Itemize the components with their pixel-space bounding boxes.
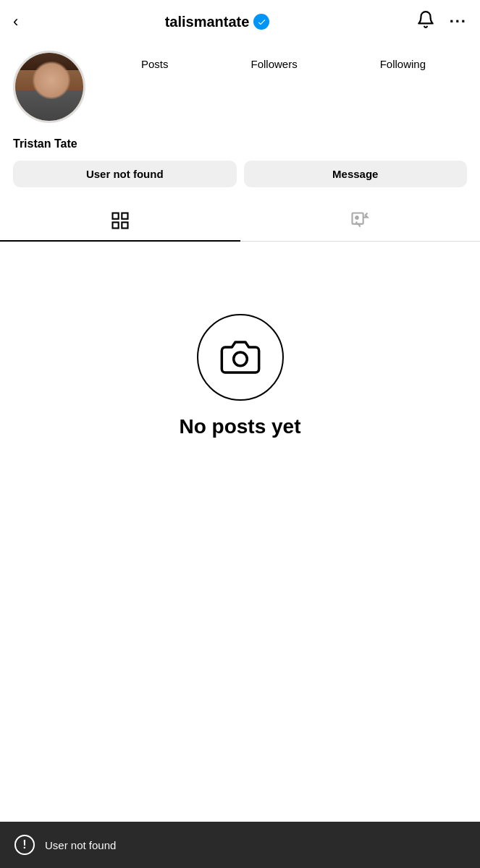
following-label: Following — [380, 58, 426, 70]
profile-name: Tristan Tate — [13, 137, 77, 150]
top-navigation: ‹ talismantate ··· — [0, 0, 480, 43]
following-stat[interactable]: Following — [380, 58, 426, 70]
camera-icon — [220, 337, 261, 378]
tab-grid[interactable] — [0, 200, 240, 241]
avatar-container — [13, 51, 85, 123]
back-button[interactable]: ‹ — [13, 12, 18, 31]
svg-rect-0 — [112, 213, 118, 219]
no-posts-label: No posts yet — [179, 415, 300, 438]
profile-stats: Posts Followers Following — [100, 51, 467, 70]
toast-message: User not found — [45, 839, 116, 851]
profile-name-section: Tristan Tate — [0, 135, 480, 161]
tab-bar — [0, 200, 480, 242]
checkmark-icon — [257, 17, 266, 27]
verified-badge — [253, 14, 269, 30]
username-label: talismantate — [165, 14, 250, 30]
action-buttons: User not found Message — [0, 161, 480, 200]
svg-rect-2 — [112, 222, 118, 228]
bottom-toast: ! User not found — [0, 822, 480, 868]
user-not-found-button[interactable]: User not found — [13, 161, 237, 187]
svg-point-5 — [355, 216, 358, 219]
more-options-icon[interactable]: ··· — [450, 12, 467, 31]
toast-warning-icon: ! — [14, 835, 35, 855]
avatar — [13, 51, 85, 123]
message-button[interactable]: Message — [244, 161, 468, 187]
followers-label: Followers — [250, 58, 297, 70]
tab-tagged[interactable] — [240, 200, 481, 241]
profile-section: Posts Followers Following — [0, 43, 480, 135]
avatar-photo — [15, 53, 83, 121]
svg-point-6 — [233, 352, 247, 366]
svg-rect-3 — [122, 222, 127, 228]
grid-icon — [110, 210, 130, 231]
followers-stat[interactable]: Followers — [250, 58, 297, 70]
username-area: talismantate — [165, 14, 270, 30]
svg-rect-1 — [122, 213, 127, 219]
notification-bell-icon[interactable] — [416, 10, 435, 33]
person-tag-icon — [350, 210, 370, 231]
empty-state: No posts yet — [0, 242, 480, 482]
posts-label: Posts — [141, 58, 169, 70]
posts-stat[interactable]: Posts — [141, 58, 169, 70]
stats-row: Posts Followers Following — [100, 58, 467, 70]
nav-icons-group: ··· — [416, 10, 467, 33]
camera-circle — [197, 314, 284, 401]
